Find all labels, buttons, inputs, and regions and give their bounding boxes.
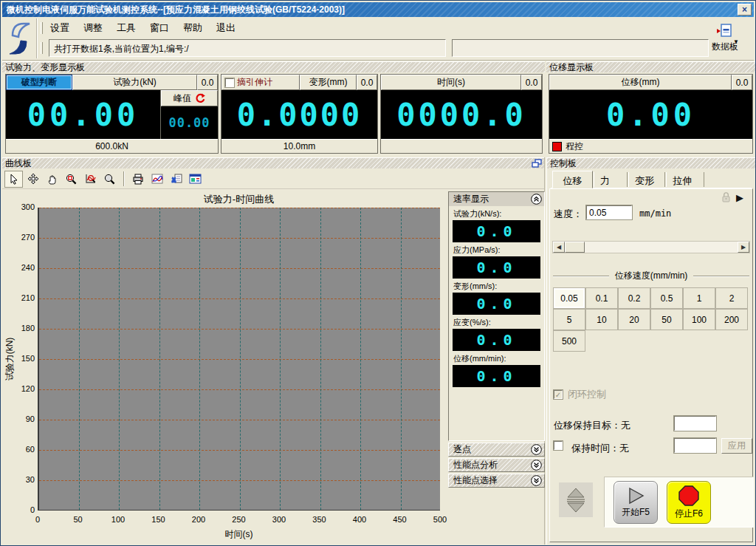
force-header-button[interactable]: 试验力(kN) <box>72 75 197 90</box>
time-header-button[interactable]: 时间(s) <box>381 75 521 90</box>
force-range-label: 600.0kN <box>6 139 218 153</box>
performance-analysis-panel-header[interactable]: 性能点分析 <box>448 458 545 472</box>
closed-loop-checkbox[interactable]: ✓ <box>554 390 563 399</box>
close-button[interactable]: × <box>738 4 752 16</box>
curve-export-button[interactable] <box>167 171 185 188</box>
rate-displacement-value: 0.0 <box>453 365 540 387</box>
scrollbar-right-arrow[interactable]: ▶ <box>738 242 749 253</box>
scrollbar-thumb[interactable] <box>565 242 585 253</box>
collapse-up-icon[interactable] <box>531 194 542 205</box>
menu-item-tools[interactable]: 工具 <box>115 21 137 35</box>
menu-item-adjust[interactable]: 调整 <box>82 21 104 35</box>
zoom-region-icon <box>66 174 77 185</box>
speed-button-10[interactable]: 10 <box>585 309 618 330</box>
v-gridline <box>280 208 281 510</box>
hand-icon <box>47 174 58 185</box>
speed-button-50[interactable]: 50 <box>650 309 683 330</box>
databoard-dropdown-icon[interactable]: ▼ <box>733 38 739 45</box>
expand-down-icon[interactable] <box>531 444 542 455</box>
speed-scrollbar[interactable]: ◀ ▶ <box>552 241 750 253</box>
menu-item-window[interactable]: 窗口 <box>148 21 171 35</box>
jog-updown-button[interactable] <box>559 482 593 517</box>
status-bar: 共打开数据1条,当前位置为1,编号:/ <box>41 39 709 57</box>
menu-item-settings[interactable]: 设置 <box>49 21 71 35</box>
hold-target-input[interactable] <box>674 416 716 431</box>
databoard-button[interactable]: ▼ 数据板 <box>702 20 748 57</box>
toolbar-separator <box>123 171 125 186</box>
v-gridline <box>401 208 402 510</box>
tab-force[interactable]: 力 <box>594 172 628 187</box>
menu-item-exit[interactable]: 退出 <box>215 21 237 35</box>
speed-button-500[interactable]: 500 <box>553 330 585 352</box>
speed-button-5[interactable]: 5 <box>553 309 585 330</box>
y-tick-label: 120 <box>5 384 35 393</box>
menu-item-help[interactable]: 帮助 <box>182 21 204 35</box>
tab-deform[interactable]: 变形 <box>628 172 665 187</box>
tab-displacement[interactable]: 位移 <box>552 171 593 188</box>
v-gridline <box>79 208 80 510</box>
performance-select-panel-header[interactable]: 性能点选择 <box>448 474 545 488</box>
speed-button-1[interactable]: 1 <box>683 287 715 309</box>
cursor-tool-button[interactable] <box>4 171 23 188</box>
chart-plot[interactable] <box>38 208 440 511</box>
deform-header-button[interactable]: 变形(mm) <box>300 75 357 90</box>
hold-time-input[interactable] <box>674 438 716 453</box>
extensometer-checkbox[interactable] <box>225 78 234 87</box>
y-tick-label: 150 <box>5 354 35 363</box>
zoom-curve-tool-button[interactable] <box>81 171 100 188</box>
peak-reset-icon[interactable] <box>195 93 205 103</box>
speed-button-20[interactable]: 20 <box>618 309 650 330</box>
pointwise-panel-header[interactable]: 逐点 <box>448 443 545 457</box>
pan-tool-button[interactable] <box>43 171 61 188</box>
force-aux-value: 0.0 <box>197 75 218 90</box>
program-control-label: 程控 <box>566 140 583 153</box>
curve-settings-button[interactable] <box>148 171 166 188</box>
peak-lcd-display: 00.00 <box>161 106 218 139</box>
speed-label: 速度： <box>554 208 583 221</box>
speed-button-100[interactable]: 100 <box>683 309 715 330</box>
extensometer-label: 摘引伸计 <box>237 76 272 89</box>
speed-button-0.1[interactable]: 0.1 <box>585 287 618 309</box>
displacement-header-button[interactable]: 位移(mm) <box>549 75 732 90</box>
x-axis-label: 时间(s) <box>38 528 440 541</box>
zoom-region-tool-button[interactable] <box>62 171 80 188</box>
rate-displacement-label: 位移(mm/min): <box>449 351 544 365</box>
move-tool-button[interactable] <box>24 171 42 188</box>
speed-button-0.5[interactable]: 0.5 <box>650 287 683 309</box>
speed-button-200[interactable]: 200 <box>715 309 748 330</box>
extensometer-toggle[interactable]: 摘引伸计 <box>221 75 300 90</box>
speed-button-0.2[interactable]: 0.2 <box>618 287 650 309</box>
force-lcd-display: 00.00 <box>6 90 160 139</box>
cursor-icon <box>9 174 19 185</box>
jog-direction-icon[interactable]: ▶ <box>736 192 743 203</box>
title-bar: 微机控制电液伺服万能试验机测控系统--[预应力混凝土用钢绞线试验(GB/T522… <box>2 2 754 17</box>
restore-window-button[interactable] <box>532 159 542 168</box>
start-button[interactable]: 开始F5 <box>614 481 658 524</box>
speed-input[interactable] <box>586 205 632 219</box>
v-gridline <box>360 208 361 510</box>
x-tick-label: 400 <box>348 515 371 524</box>
print-button[interactable] <box>128 171 147 188</box>
time-range-label <box>381 139 542 153</box>
rate-panel-title: 速率显示 <box>453 193 489 205</box>
y-tick-label: 210 <box>5 293 35 302</box>
speed-button-2[interactable]: 2 <box>715 287 748 309</box>
control-tabs: 位移 力 变形 拉伸 <box>551 171 752 188</box>
stop-button[interactable]: 停止F6 <box>667 481 711 524</box>
expand-down-icon[interactable] <box>531 475 542 486</box>
apply-button[interactable]: 应用 <box>721 438 752 454</box>
break-detect-button[interactable]: 破型判断 <box>6 75 72 90</box>
scrollbar-left-arrow[interactable]: ◀ <box>553 242 565 253</box>
data-window-button[interactable] <box>186 171 205 188</box>
curve-copy-icon <box>171 174 182 185</box>
app-logo <box>6 19 33 58</box>
rate-deform-label: 变形(mm/s): <box>449 279 544 293</box>
zoom-out-tool-button[interactable] <box>100 171 119 188</box>
speed-unit-label: mm/min <box>639 208 671 219</box>
peak-button[interactable]: 峰值 <box>161 90 218 106</box>
tab-tension[interactable]: 拉伸 <box>666 172 704 187</box>
hold-time-checkbox[interactable] <box>554 441 563 450</box>
start-button-label: 开始F5 <box>622 506 650 519</box>
expand-down-icon[interactable] <box>531 460 542 471</box>
speed-button-0.05[interactable]: 0.05 <box>553 287 585 309</box>
